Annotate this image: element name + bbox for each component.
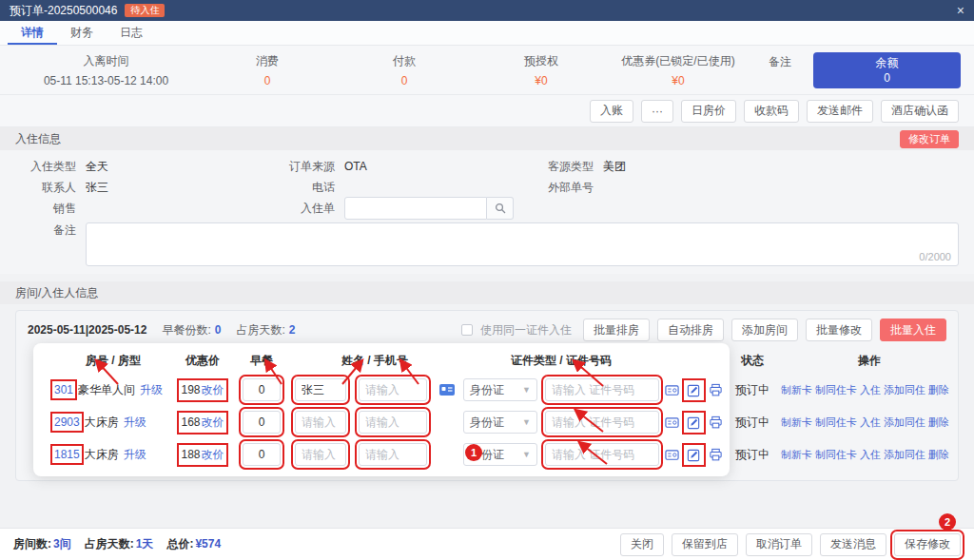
- checkin-link[interactable]: 入住: [860, 415, 881, 430]
- rooms-section-header: 房间/入住人信息: [0, 281, 974, 304]
- make-new-card-link[interactable]: 制新卡: [781, 448, 812, 462]
- guest-name-input[interactable]: [295, 411, 346, 434]
- id-type-select[interactable]: 身份证 ▼: [463, 411, 537, 434]
- id-type-select[interactable]: 身份证 ▼: [463, 378, 537, 401]
- edit-icon[interactable]: [686, 382, 702, 398]
- save-changes-button[interactable]: 保存修改: [894, 533, 961, 556]
- make-companion-card-link[interactable]: 制同住卡: [815, 448, 857, 462]
- search-button[interactable]: [487, 197, 514, 220]
- scan-id-icon[interactable]: [664, 382, 680, 398]
- window-titlebar: 预订单-20250500046 待入住 ×: [0, 0, 974, 21]
- make-companion-card-link[interactable]: 制同住卡: [815, 415, 857, 430]
- field-label: 电话: [274, 180, 335, 196]
- room-number-link[interactable]: 301: [54, 383, 73, 396]
- summary-value: ¥0: [672, 74, 684, 87]
- balance-label: 余额: [876, 55, 899, 70]
- payment-qr-button[interactable]: 收款码: [744, 100, 799, 123]
- guest-phone-input[interactable]: [359, 411, 427, 434]
- field-sales: 销售: [15, 201, 274, 217]
- row-icon-group: [663, 415, 724, 431]
- upgrade-link[interactable]: 升级: [140, 382, 163, 398]
- tab-finance[interactable]: 财务: [57, 21, 107, 45]
- row-actions: 制新卡 制同住卡 入住 添加同住 删除: [781, 448, 958, 462]
- more-actions-button[interactable]: ···: [641, 100, 673, 123]
- close-icon[interactable]: ×: [957, 4, 964, 17]
- scan-id-icon[interactable]: [664, 415, 680, 431]
- row-icon-group: [663, 447, 724, 463]
- guest-name-input[interactable]: [295, 378, 346, 401]
- row-actions: 制新卡 制同住卡 入住 添加同住 删除: [781, 383, 958, 397]
- change-price-link[interactable]: 改价: [202, 447, 224, 463]
- upgrade-link[interactable]: 升级: [124, 447, 146, 463]
- read-id-card-button[interactable]: [438, 381, 456, 398]
- checkin-link[interactable]: 入住: [860, 383, 881, 397]
- delete-link[interactable]: 删除: [928, 448, 949, 462]
- breakfast-input[interactable]: [243, 411, 281, 434]
- upgrade-link[interactable]: 升级: [124, 415, 146, 431]
- batch-modify-button[interactable]: 批量修改: [806, 319, 872, 341]
- batch-assign-room-button[interactable]: 批量排房: [583, 319, 650, 341]
- make-new-card-link[interactable]: 制新卡: [781, 383, 812, 397]
- summary-payment: 付款 0: [336, 53, 473, 87]
- breakfast-input[interactable]: [243, 378, 281, 401]
- post-charge-button[interactable]: 入账: [590, 100, 633, 123]
- batch-checkin-button[interactable]: 批量入住: [880, 319, 946, 341]
- total-label: 房间数:: [13, 537, 51, 550]
- room-number-link[interactable]: 2903: [54, 415, 80, 429]
- footer-totals: 房间数:3间 占房天数:1天 总价:¥574: [13, 536, 221, 552]
- hold-room-button[interactable]: 保留到店: [672, 533, 738, 556]
- id-type-value: 身份证: [470, 382, 504, 398]
- add-room-button[interactable]: 添加房间: [731, 319, 798, 341]
- print-icon[interactable]: [708, 382, 724, 398]
- make-new-card-link[interactable]: 制新卡: [781, 415, 812, 430]
- delete-link[interactable]: 删除: [928, 383, 949, 397]
- close-button[interactable]: 关闭: [620, 533, 664, 556]
- add-companion-link[interactable]: 添加同住: [884, 415, 925, 430]
- price-cell: 168改价: [172, 415, 233, 431]
- rooms-toolbar: 2025-05-11|2025-05-12 早餐份数:0 占房天数:2 使用同一…: [16, 319, 958, 341]
- checkin-link[interactable]: 入住: [860, 448, 881, 462]
- order-remark-textarea[interactable]: [86, 222, 959, 266]
- room-number-link[interactable]: 1815: [54, 448, 80, 461]
- same-id-checkbox[interactable]: [461, 324, 473, 336]
- change-price-link[interactable]: 改价: [202, 382, 224, 398]
- add-companion-link[interactable]: 添加同住: [884, 383, 925, 397]
- guest-phone-input[interactable]: [359, 378, 427, 401]
- add-companion-link[interactable]: 添加同住: [884, 448, 925, 462]
- delete-link[interactable]: 删除: [928, 415, 949, 430]
- room-type: 豪华单人间: [78, 382, 135, 398]
- checkin-form-input[interactable]: [344, 197, 487, 220]
- send-message-button[interactable]: 发送消息: [820, 533, 886, 556]
- guest-phone-input[interactable]: [359, 443, 427, 466]
- col-room: 房号 / 房型: [54, 353, 172, 369]
- id-number-input[interactable]: [545, 443, 659, 466]
- make-companion-card-link[interactable]: 制同住卡: [815, 383, 857, 397]
- cancel-order-button[interactable]: 取消订单: [746, 533, 812, 556]
- section-title: 房间/入住人信息: [15, 285, 98, 301]
- tab-detail[interactable]: 详情: [8, 21, 57, 45]
- auto-assign-room-button[interactable]: 自动排房: [657, 319, 724, 341]
- id-number-input[interactable]: [545, 411, 659, 434]
- balance-button[interactable]: 余额 0: [813, 52, 961, 88]
- chevron-down-icon: ▼: [522, 417, 531, 427]
- id-number-input[interactable]: [545, 378, 659, 401]
- change-price-link[interactable]: 改价: [202, 415, 224, 431]
- hotel-confirmation-button[interactable]: 酒店确认函: [881, 100, 959, 123]
- col-price: 优惠价: [172, 353, 233, 369]
- tab-log[interactable]: 日志: [107, 21, 156, 45]
- send-email-button[interactable]: 发送邮件: [807, 100, 873, 123]
- modify-order-button[interactable]: 修改订单: [900, 130, 959, 148]
- same-id-checkbox-label: 使用同一证件入住: [480, 322, 572, 338]
- scan-id-icon[interactable]: [664, 447, 680, 463]
- edit-icon[interactable]: [686, 415, 702, 431]
- occupancy-value: 2: [289, 323, 296, 337]
- print-icon[interactable]: [708, 447, 724, 463]
- price-value: 198: [181, 383, 200, 396]
- daily-rate-button[interactable]: 日房价: [681, 100, 736, 123]
- guest-name-input[interactable]: [295, 443, 346, 466]
- print-icon[interactable]: [708, 415, 724, 431]
- breakfast-input[interactable]: [243, 443, 281, 466]
- id-type-select[interactable]: 身份证 ▼: [463, 443, 537, 466]
- rooms-section: 房间/入住人信息 2025-05-11|2025-05-12 早餐份数:0 占房…: [0, 281, 974, 481]
- edit-icon[interactable]: [686, 447, 702, 463]
